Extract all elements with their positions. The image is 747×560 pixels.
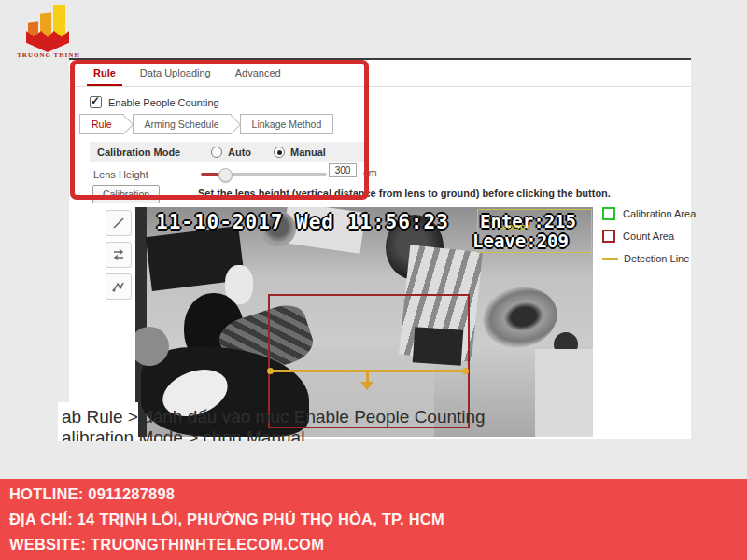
legend-count-area: Count Area (602, 230, 696, 243)
page: TRUONG THINH Rule Data Uploading Advance… (0, 0, 747, 560)
website-text: WEBSITE: TRUONGTHINHTELECOM.COM (9, 536, 747, 553)
subtab-linkage-method-label: Linkage Method (252, 119, 322, 130)
lens-height-unit: cm (363, 167, 377, 178)
calibration-mode-label: Calibration Mode (97, 147, 180, 158)
draw-line-icon (111, 216, 126, 231)
radio-auto-wrap: Auto (211, 147, 251, 158)
caption-line-2: alibration Mode > chọn Manual (62, 427, 510, 441)
draw-line-button[interactable] (106, 210, 132, 236)
address-text: ĐỊA CHỈ: 14 TRỊNH LỖI, PHƯỜNG PHÚ THỌ HÒ… (9, 511, 747, 528)
lens-height-slider[interactable] (201, 173, 327, 176)
calibration-area-swatch-icon (602, 207, 615, 220)
auto-radio[interactable] (211, 147, 222, 158)
subtab-arming-schedule[interactable]: Arming Schedule (133, 114, 232, 134)
manual-radio[interactable] (274, 147, 285, 158)
direction-arrow-icon (359, 371, 374, 392)
tutorial-caption: ab Rule > đánh dấu vào mục Enable People… (62, 407, 510, 441)
tab-advanced[interactable]: Advanced (223, 60, 293, 86)
radio-manual-wrap: Manual (274, 147, 326, 158)
main-tab-bar: Rule Data Uploading Advanced (69, 60, 691, 87)
chevron-right-icon (220, 114, 240, 133)
legend-calibration-area: Calibration Area (602, 207, 696, 220)
scene-office-chair (477, 280, 563, 354)
lens-height-label: Lens Height (93, 169, 148, 180)
camera-live-view[interactable]: 11-10-2017 Wed 11:56:23 Enter:215 Leave:… (135, 207, 593, 437)
tab-data-uploading[interactable]: Data Uploading (128, 60, 223, 86)
draw-polyline-icon (111, 279, 126, 294)
lens-height-note: Set the lens height (vertical distance f… (198, 188, 611, 199)
legend-label: Detection Line (624, 253, 689, 264)
osd-timestamp: 11-10-2017 Wed 11:56:23 (156, 211, 449, 233)
manual-radio-label: Manual (290, 147, 326, 158)
chevron-right-icon (114, 114, 134, 133)
count-area-swatch-icon (602, 230, 615, 243)
draw-polyline-button[interactable] (106, 273, 132, 300)
subtab-rule[interactable]: Rule (79, 114, 124, 134)
slider-thumb[interactable] (218, 168, 233, 182)
detection-line-swatch-icon (602, 258, 618, 260)
brand-logo: TRUONG THINH (15, 5, 82, 59)
tab-rule[interactable]: Rule (81, 60, 128, 86)
enable-people-counting-checkbox[interactable] (90, 96, 102, 108)
legend-detection-line: Detection Line (602, 252, 696, 265)
subtab-arming-schedule-label: Arming Schedule (145, 119, 219, 130)
legend-label: Calibration Area (623, 208, 696, 219)
contact-footer: HOTLINE: 0911287898 ĐỊA CHỈ: 14 TRỊNH LỖ… (0, 479, 747, 560)
calibration-mode-row: Calibration Mode Auto Manual (90, 142, 367, 162)
sub-tab-bar: Rule Arming Schedule Linkage Method (79, 114, 333, 134)
leave-counter: Leave:209 (472, 231, 569, 251)
legend-label: Count Area (623, 231, 674, 242)
auto-radio-label: Auto (228, 147, 251, 158)
scene-white-desk (535, 349, 593, 437)
lens-height-input[interactable] (329, 163, 357, 177)
caption-line-1: ab Rule > đánh dấu vào mục Enable People… (62, 407, 510, 427)
enable-people-counting-row: Enable People Counting (90, 96, 219, 108)
calibration-button[interactable]: Calibration (92, 185, 160, 203)
hotline-text: HOTLINE: 0911287898 (9, 485, 747, 503)
osd-tag: #OSD# (502, 223, 531, 231)
enable-people-counting-label: Enable People Counting (108, 97, 219, 108)
subtab-rule-label: Rule (92, 119, 112, 130)
overlay-legend: Calibration Area Count Area Detection Li… (602, 207, 696, 274)
swap-direction-icon (111, 247, 126, 262)
swap-direction-button[interactable] (106, 242, 132, 268)
drawing-toolbar (106, 210, 132, 300)
subtab-linkage-method[interactable]: Linkage Method (240, 114, 334, 134)
